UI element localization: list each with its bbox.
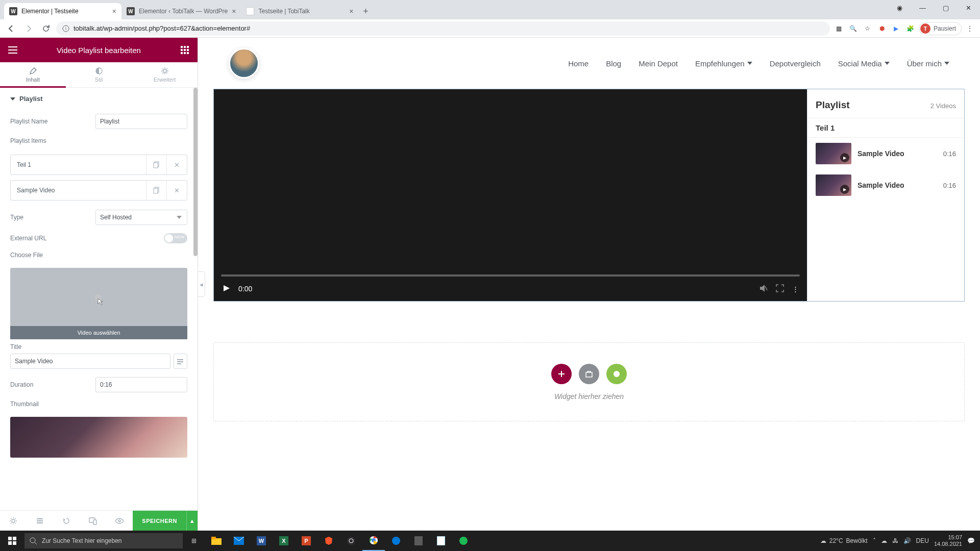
weather-widget[interactable]: ☁ 22°C Bewölkt <box>820 537 868 544</box>
star-icon[interactable]: ☆ <box>862 22 874 35</box>
tab-label: Stil <box>95 77 103 83</box>
excel-icon[interactable]: X <box>273 531 295 551</box>
playlist-video-1[interactable]: ▶ Sample Video 0:16 <box>807 138 964 169</box>
playlist-item-2[interactable]: Sample Video ✕ <box>10 180 187 201</box>
save-options-button[interactable]: ▴ <box>186 511 198 531</box>
tab-content[interactable]: Inhalt <box>0 62 66 87</box>
nav-blog[interactable]: Blog <box>606 59 621 68</box>
collapse-panel-handle[interactable]: ◂ <box>198 271 205 297</box>
type-select[interactable]: Self Hosted <box>95 210 187 225</box>
notepad-icon[interactable] <box>430 531 452 551</box>
fullscreen-icon[interactable] <box>776 284 784 294</box>
nav-home[interactable]: Home <box>568 59 589 68</box>
remove-icon[interactable]: ✕ <box>166 155 187 174</box>
close-icon[interactable]: × <box>112 7 116 15</box>
settings-icon[interactable] <box>0 511 27 531</box>
remove-icon[interactable]: ✕ <box>166 181 187 200</box>
minimize-button[interactable]: — <box>911 0 934 15</box>
nav-depotvergleich[interactable]: Depotvergleich <box>770 59 821 68</box>
powerpoint-icon[interactable]: P <box>295 531 317 551</box>
chrome-account-icon[interactable]: ◉ <box>888 0 911 15</box>
video-playlist-widget[interactable]: 0:00 ⋮ Playlist 2 Videos Teil 1 ▶ Sample… <box>213 89 965 302</box>
play-icon[interactable] <box>222 284 230 294</box>
playlist-item-1[interactable]: Teil 1 ✕ <box>10 155 187 175</box>
extension-icon[interactable]: ▦ <box>833 22 845 35</box>
external-url-toggle[interactable]: NEIN <box>164 233 187 243</box>
title-input[interactable] <box>10 354 170 369</box>
navigator-icon[interactable] <box>27 511 53 531</box>
panel-scrollbar[interactable] <box>193 88 198 256</box>
choose-file-box[interactable]: Video auswählen <box>10 268 187 339</box>
tab-style[interactable]: Stil <box>66 62 132 87</box>
new-tab-button[interactable]: + <box>358 3 373 19</box>
nav-empfehlungen[interactable]: Empfehlungen <box>695 59 752 68</box>
edge-icon[interactable] <box>385 531 407 551</box>
site-logo[interactable] <box>229 48 259 79</box>
add-section-button[interactable] <box>551 364 572 384</box>
word-icon[interactable]: W <box>250 531 273 551</box>
browser-tab-1[interactable]: W Elementor | Testseite × <box>4 3 121 19</box>
extension-lastpass-icon[interactable]: ⬢ <box>876 22 888 35</box>
preview-icon[interactable] <box>106 511 133 531</box>
extensions-menu-icon[interactable]: 🧩 <box>904 22 917 35</box>
volume-icon[interactable]: 🔊 <box>903 537 911 544</box>
droplet-icon <box>95 67 103 75</box>
explorer-icon[interactable] <box>205 531 228 551</box>
start-button[interactable] <box>0 531 24 551</box>
network-icon[interactable]: 🖧 <box>892 537 898 544</box>
choose-file-button[interactable]: Video auswählen <box>10 326 187 339</box>
duplicate-icon[interactable] <box>146 155 166 174</box>
thumbnail-preview[interactable] <box>10 417 187 458</box>
language-indicator[interactable]: DEU <box>916 537 929 544</box>
address-bar[interactable]: i tobitalk.at/wp-admin/post.php?post=627… <box>56 21 830 36</box>
nav-about[interactable]: Über mich <box>907 59 949 68</box>
clock[interactable]: 15:07 14.08.2021 <box>934 534 962 547</box>
mail-icon[interactable] <box>228 531 250 551</box>
video-player[interactable]: 0:00 ⋮ <box>214 89 807 301</box>
onedrive-icon[interactable]: ☁ <box>881 537 887 544</box>
close-window-button[interactable]: ✕ <box>957 0 980 15</box>
nav-social[interactable]: Social Media <box>838 59 890 68</box>
search-placeholder: Zur Suche Text hier eingeben <box>42 537 122 544</box>
history-icon[interactable] <box>53 511 80 531</box>
extension-video-icon[interactable]: ▶ <box>890 22 902 35</box>
profile-chip[interactable]: T Pausiert <box>919 22 962 35</box>
nav-depot[interactable]: Mein Depot <box>639 59 678 68</box>
widgets-grid-icon[interactable] <box>179 44 190 56</box>
video-menu-icon[interactable]: ⋮ <box>792 285 799 293</box>
browser-tab-3[interactable]: Testseite | TobiTalk × <box>241 3 358 19</box>
obs-icon[interactable] <box>340 531 362 551</box>
forward-button[interactable] <box>21 21 36 36</box>
template-library-button[interactable] <box>579 364 599 384</box>
playlist-name-input[interactable] <box>95 114 187 129</box>
spotify-icon[interactable] <box>452 531 475 551</box>
responsive-icon[interactable] <box>80 511 106 531</box>
browser-tab-2[interactable]: W Elementor ‹ TobiTalk — WordPre × <box>121 3 241 19</box>
duration-input[interactable] <box>95 377 187 392</box>
chrome-menu-icon[interactable]: ⋮ <box>964 22 976 35</box>
mute-icon[interactable] <box>758 284 768 294</box>
zoom-icon[interactable]: 🔍 <box>847 22 860 35</box>
save-button[interactable]: SPEICHERN <box>133 511 186 531</box>
brave-icon[interactable] <box>317 531 340 551</box>
reload-button[interactable] <box>39 21 53 36</box>
svg-rect-36 <box>211 537 216 539</box>
task-view-icon[interactable]: ⊞ <box>183 531 205 551</box>
hamburger-icon[interactable] <box>7 44 18 56</box>
dynamic-tags-icon[interactable] <box>174 354 187 369</box>
chrome-icon[interactable] <box>362 531 385 551</box>
tray-chevron-icon[interactable]: ˄ <box>873 537 876 544</box>
playlist-video-2[interactable]: ▶ Sample Video 0:16 <box>807 169 964 201</box>
close-icon[interactable]: × <box>232 7 236 15</box>
maximize-button[interactable]: ▢ <box>934 0 957 15</box>
app-icon[interactable] <box>407 531 430 551</box>
add-template-button[interactable] <box>606 364 627 384</box>
close-icon[interactable]: × <box>349 7 353 15</box>
taskbar-search[interactable]: Zur Suche Text hier eingeben <box>24 533 183 548</box>
tab-advanced[interactable]: Erweitert <box>132 62 198 87</box>
back-button[interactable] <box>4 21 18 36</box>
section-toggle-playlist[interactable]: Playlist <box>0 88 198 110</box>
notifications-icon[interactable]: 💬 <box>967 537 975 544</box>
duplicate-icon[interactable] <box>146 181 166 200</box>
drop-widget-section[interactable]: Widget hierher ziehen <box>213 342 965 421</box>
